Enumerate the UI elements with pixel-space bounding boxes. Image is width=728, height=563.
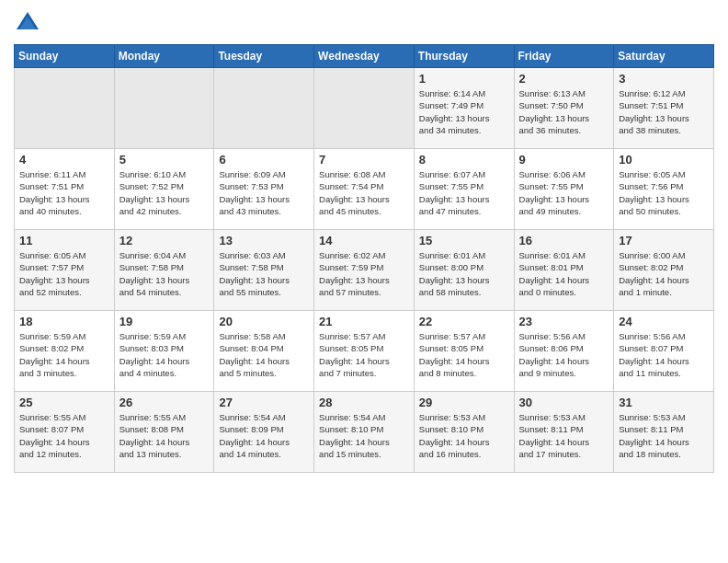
calendar-cell: 22Sunrise: 5:57 AM Sunset: 8:05 PM Dayli…	[414, 311, 514, 392]
calendar-cell: 14Sunrise: 6:02 AM Sunset: 7:59 PM Dayli…	[314, 230, 415, 311]
day-number: 7	[319, 153, 409, 167]
day-info: Sunrise: 5:54 AM Sunset: 8:09 PM Dayligh…	[219, 411, 309, 460]
calendar-cell: 7Sunrise: 6:08 AM Sunset: 7:54 PM Daylig…	[314, 149, 415, 230]
day-number: 3	[619, 72, 709, 86]
day-info: Sunrise: 5:55 AM Sunset: 8:07 PM Dayligh…	[19, 411, 109, 460]
calendar-cell: 23Sunrise: 5:56 AM Sunset: 8:06 PM Dayli…	[514, 311, 614, 392]
day-number: 21	[319, 315, 409, 328]
day-info: Sunrise: 5:56 AM Sunset: 8:06 PM Dayligh…	[519, 330, 609, 379]
calendar-cell: 27Sunrise: 5:54 AM Sunset: 8:09 PM Dayli…	[214, 392, 314, 473]
calendar-cell: 20Sunrise: 5:58 AM Sunset: 8:04 PM Dayli…	[214, 311, 314, 392]
day-info: Sunrise: 5:58 AM Sunset: 8:04 PM Dayligh…	[219, 330, 309, 379]
calendar-cell: 8Sunrise: 6:07 AM Sunset: 7:55 PM Daylig…	[414, 149, 514, 230]
calendar-week-row: 25Sunrise: 5:55 AM Sunset: 8:07 PM Dayli…	[15, 392, 714, 473]
day-number: 25	[19, 396, 109, 409]
calendar-cell	[15, 68, 115, 149]
day-info: Sunrise: 5:55 AM Sunset: 8:08 PM Dayligh…	[119, 411, 210, 460]
calendar-cell: 2Sunrise: 6:13 AM Sunset: 7:50 PM Daylig…	[514, 68, 614, 149]
day-number: 28	[319, 396, 409, 409]
calendar-cell: 5Sunrise: 6:10 AM Sunset: 7:52 PM Daylig…	[114, 149, 214, 230]
day-info: Sunrise: 5:53 AM Sunset: 8:11 PM Dayligh…	[519, 411, 609, 460]
day-info: Sunrise: 6:08 AM Sunset: 7:54 PM Dayligh…	[319, 168, 409, 217]
calendar-cell: 16Sunrise: 6:01 AM Sunset: 8:01 PM Dayli…	[514, 230, 614, 311]
day-number: 14	[319, 234, 409, 247]
day-info: Sunrise: 5:59 AM Sunset: 8:03 PM Dayligh…	[119, 330, 210, 379]
day-number: 20	[219, 315, 309, 328]
calendar-weekday-friday: Friday	[514, 45, 614, 68]
day-number: 6	[219, 153, 309, 167]
calendar-cell: 25Sunrise: 5:55 AM Sunset: 8:07 PM Dayli…	[15, 392, 115, 473]
day-number: 5	[119, 153, 210, 167]
day-info: Sunrise: 5:54 AM Sunset: 8:10 PM Dayligh…	[319, 411, 409, 460]
day-number: 29	[419, 396, 509, 409]
day-number: 1	[419, 72, 509, 86]
calendar-cell: 1Sunrise: 6:14 AM Sunset: 7:49 PM Daylig…	[414, 68, 514, 149]
day-number: 17	[619, 234, 709, 247]
calendar-weekday-thursday: Thursday	[414, 45, 514, 68]
day-info: Sunrise: 6:11 AM Sunset: 7:51 PM Dayligh…	[19, 168, 109, 217]
calendar-cell	[214, 68, 314, 149]
day-number: 22	[419, 315, 509, 328]
day-info: Sunrise: 6:10 AM Sunset: 7:52 PM Dayligh…	[119, 168, 210, 217]
day-info: Sunrise: 5:59 AM Sunset: 8:02 PM Dayligh…	[19, 330, 109, 379]
day-info: Sunrise: 6:13 AM Sunset: 7:50 PM Dayligh…	[519, 87, 609, 136]
day-number: 12	[119, 234, 210, 247]
day-info: Sunrise: 5:57 AM Sunset: 8:05 PM Dayligh…	[319, 330, 409, 379]
header	[14, 9, 714, 37]
calendar-week-row: 4Sunrise: 6:11 AM Sunset: 7:51 PM Daylig…	[15, 149, 714, 230]
day-number: 27	[219, 396, 309, 409]
day-info: Sunrise: 5:57 AM Sunset: 8:05 PM Dayligh…	[419, 330, 509, 379]
day-number: 15	[419, 234, 509, 247]
calendar-cell: 24Sunrise: 5:56 AM Sunset: 8:07 PM Dayli…	[614, 311, 714, 392]
calendar-header-row: SundayMondayTuesdayWednesdayThursdayFrid…	[15, 45, 714, 68]
day-info: Sunrise: 6:12 AM Sunset: 7:51 PM Dayligh…	[619, 87, 709, 136]
day-number: 31	[619, 396, 709, 409]
day-info: Sunrise: 6:06 AM Sunset: 7:55 PM Dayligh…	[519, 168, 609, 217]
calendar-cell: 19Sunrise: 5:59 AM Sunset: 8:03 PM Dayli…	[114, 311, 214, 392]
calendar-cell: 30Sunrise: 5:53 AM Sunset: 8:11 PM Dayli…	[514, 392, 614, 473]
logo-icon	[14, 9, 41, 37]
calendar-cell: 21Sunrise: 5:57 AM Sunset: 8:05 PM Dayli…	[314, 311, 415, 392]
day-number: 13	[219, 234, 309, 247]
page: SundayMondayTuesdayWednesdayThursdayFrid…	[0, 0, 728, 563]
day-number: 8	[419, 153, 509, 167]
day-number: 16	[519, 234, 609, 247]
day-number: 19	[119, 315, 210, 328]
calendar: SundayMondayTuesdayWednesdayThursdayFrid…	[14, 44, 714, 473]
day-info: Sunrise: 6:03 AM Sunset: 7:58 PM Dayligh…	[219, 249, 309, 298]
day-info: Sunrise: 5:56 AM Sunset: 8:07 PM Dayligh…	[619, 330, 709, 379]
day-number: 18	[19, 315, 109, 328]
day-info: Sunrise: 6:00 AM Sunset: 8:02 PM Dayligh…	[619, 249, 709, 298]
day-number: 9	[519, 153, 609, 167]
day-info: Sunrise: 6:01 AM Sunset: 8:01 PM Dayligh…	[519, 249, 609, 298]
calendar-cell: 6Sunrise: 6:09 AM Sunset: 7:53 PM Daylig…	[214, 149, 314, 230]
calendar-cell: 13Sunrise: 6:03 AM Sunset: 7:58 PM Dayli…	[214, 230, 314, 311]
calendar-cell: 31Sunrise: 5:53 AM Sunset: 8:11 PM Dayli…	[614, 392, 714, 473]
calendar-weekday-saturday: Saturday	[614, 45, 714, 68]
calendar-cell: 12Sunrise: 6:04 AM Sunset: 7:58 PM Dayli…	[114, 230, 214, 311]
day-number: 10	[619, 153, 709, 167]
day-info: Sunrise: 6:02 AM Sunset: 7:59 PM Dayligh…	[319, 249, 409, 298]
calendar-cell: 15Sunrise: 6:01 AM Sunset: 8:00 PM Dayli…	[414, 230, 514, 311]
calendar-cell: 18Sunrise: 5:59 AM Sunset: 8:02 PM Dayli…	[15, 311, 115, 392]
calendar-cell: 17Sunrise: 6:00 AM Sunset: 8:02 PM Dayli…	[614, 230, 714, 311]
calendar-week-row: 18Sunrise: 5:59 AM Sunset: 8:02 PM Dayli…	[15, 311, 714, 392]
day-info: Sunrise: 6:05 AM Sunset: 7:57 PM Dayligh…	[19, 249, 109, 298]
logo	[14, 9, 45, 37]
calendar-cell	[314, 68, 415, 149]
day-number: 11	[19, 234, 109, 247]
day-info: Sunrise: 6:07 AM Sunset: 7:55 PM Dayligh…	[419, 168, 509, 217]
calendar-cell: 29Sunrise: 5:53 AM Sunset: 8:10 PM Dayli…	[414, 392, 514, 473]
day-info: Sunrise: 5:53 AM Sunset: 8:11 PM Dayligh…	[619, 411, 709, 460]
day-info: Sunrise: 6:05 AM Sunset: 7:56 PM Dayligh…	[619, 168, 709, 217]
calendar-cell: 3Sunrise: 6:12 AM Sunset: 7:51 PM Daylig…	[614, 68, 714, 149]
calendar-weekday-monday: Monday	[114, 45, 214, 68]
day-number: 24	[619, 315, 709, 328]
day-info: Sunrise: 6:04 AM Sunset: 7:58 PM Dayligh…	[119, 249, 210, 298]
calendar-cell	[114, 68, 214, 149]
calendar-weekday-wednesday: Wednesday	[314, 45, 415, 68]
day-info: Sunrise: 6:01 AM Sunset: 8:00 PM Dayligh…	[419, 249, 509, 298]
calendar-cell: 26Sunrise: 5:55 AM Sunset: 8:08 PM Dayli…	[114, 392, 214, 473]
day-info: Sunrise: 6:14 AM Sunset: 7:49 PM Dayligh…	[419, 87, 509, 136]
calendar-cell: 9Sunrise: 6:06 AM Sunset: 7:55 PM Daylig…	[514, 149, 614, 230]
